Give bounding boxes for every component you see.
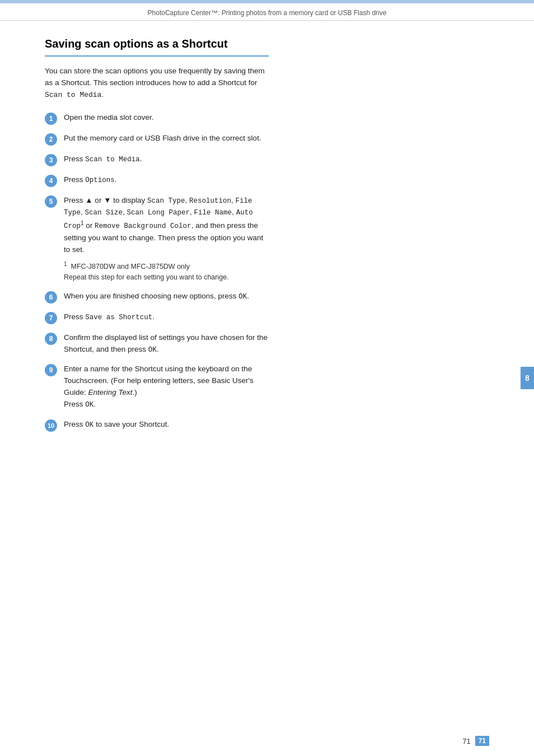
- step-10-suffix: to save your Shortcut.: [93, 420, 169, 428]
- step-2-content: Put the memory card or USB Flash drive i…: [64, 133, 269, 144]
- step-3-prefix: Press: [64, 155, 85, 163]
- steps-list: 1 Open the media slot cover. 2 Put the m…: [45, 112, 269, 432]
- step-badge-1: 1: [45, 113, 57, 125]
- step-10-prefix: Press: [64, 420, 85, 428]
- footnote-superscript: 1: [64, 261, 67, 267]
- step-6-code: OK: [238, 293, 247, 301]
- footnote-device-note: MFC-J870DW and MFC-J875DW only: [71, 263, 190, 271]
- intro-code1: Scan to Media: [45, 91, 101, 99]
- step-7-suffix: .: [152, 312, 154, 321]
- step-badge-6: 6: [45, 291, 57, 304]
- step-8-suffix: .: [157, 345, 159, 353]
- step-3-content: Press Scan to Media.: [64, 153, 269, 165]
- chapter-side-tab: 8: [521, 367, 534, 389]
- step-4-content: Press Options.: [64, 174, 269, 186]
- step-badge-5: 5: [45, 195, 57, 208]
- step-4-suffix: .: [115, 175, 117, 184]
- step-3-suffix: .: [140, 155, 142, 163]
- step-8-prefix: Confirm the displayed list of settings y…: [64, 333, 268, 353]
- chapter-title: Saving scan options as a Shortcut: [45, 36, 269, 57]
- step-badge-9: 9: [45, 364, 57, 376]
- step-badge-2: 2: [45, 133, 57, 146]
- step-6-prefix: When you are finished choosing new optio…: [64, 292, 238, 300]
- step-4-prefix: Press: [64, 175, 85, 184]
- header-text: PhotoCapture Center™: Printing photos fr…: [148, 9, 387, 17]
- side-tab-label: 8: [525, 374, 530, 382]
- step-3: 3 Press Scan to Media.: [45, 153, 269, 166]
- step-4: 4 Press Options.: [45, 174, 269, 187]
- step-8-content: Confirm the displayed list of settings y…: [64, 332, 269, 356]
- step-7: 7 Press Save as Shortcut.: [45, 311, 269, 324]
- step-badge-4: 4: [45, 175, 57, 187]
- step-8-code: OK: [148, 346, 157, 354]
- step-4-code: Options: [85, 176, 115, 184]
- page-num-box: 71: [475, 736, 489, 746]
- step-badge-8: 8: [45, 333, 57, 345]
- step-6-suffix: .: [247, 292, 249, 300]
- step-6-content: When you are finished choosing new optio…: [64, 291, 269, 302]
- step-badge-10: 10: [45, 419, 57, 432]
- step-7-content: Press Save as Shortcut.: [64, 311, 269, 323]
- page-number-text: 71: [462, 737, 470, 745]
- intro-text1: You can store the scan options you use f…: [45, 67, 265, 87]
- step-5-content: Press ▲ or ▼ to display Scan Type, Resol…: [64, 195, 269, 283]
- step-1-content: Open the media slot cover.: [64, 112, 269, 124]
- content-area: Saving scan options as a Shortcut You ca…: [0, 21, 313, 462]
- step-3-code: Scan to Media: [85, 156, 140, 164]
- step-6: 6 When you are finished choosing new opt…: [45, 291, 269, 304]
- footnote-repeat-note: Repeat this step for each setting you wa…: [64, 273, 229, 281]
- step-9-text: Enter a name for the Shortcut using the …: [64, 365, 254, 408]
- step-8: 8 Confirm the displayed list of settings…: [45, 332, 269, 356]
- step-5: 5 Press ▲ or ▼ to display Scan Type, Res…: [45, 195, 269, 283]
- step-9: 9 Enter a name for the Shortcut using th…: [45, 363, 269, 410]
- step-2-text: Put the memory card or USB Flash drive i…: [64, 134, 261, 142]
- step-10-code: OK: [85, 421, 93, 429]
- step-badge-3: 3: [45, 154, 57, 166]
- intro-text2: .: [101, 90, 104, 99]
- step-2: 2 Put the memory card or USB Flash drive…: [45, 133, 269, 146]
- page-header: PhotoCapture Center™: Printing photos fr…: [0, 3, 534, 21]
- page-number-area: 71 71: [462, 736, 489, 746]
- step-10-content: Press OK to save your Shortcut.: [64, 419, 269, 431]
- step-1: 1 Open the media slot cover.: [45, 112, 269, 125]
- step-5-text: Press ▲ or ▼ to display Scan Type, Resol…: [64, 196, 263, 254]
- step-badge-7: 7: [45, 312, 57, 324]
- step-1-text: Open the media slot cover.: [64, 113, 154, 122]
- step-9-content: Enter a name for the Shortcut using the …: [64, 363, 269, 410]
- step-7-code: Save as Shortcut: [85, 314, 152, 321]
- step-7-prefix: Press: [64, 312, 85, 321]
- step-10: 10 Press OK to save your Shortcut.: [45, 419, 269, 432]
- step-5-footnote: 1 MFC-J870DW and MFC-J875DW only Repeat …: [64, 260, 269, 283]
- intro-paragraph: You can store the scan options you use f…: [45, 66, 269, 101]
